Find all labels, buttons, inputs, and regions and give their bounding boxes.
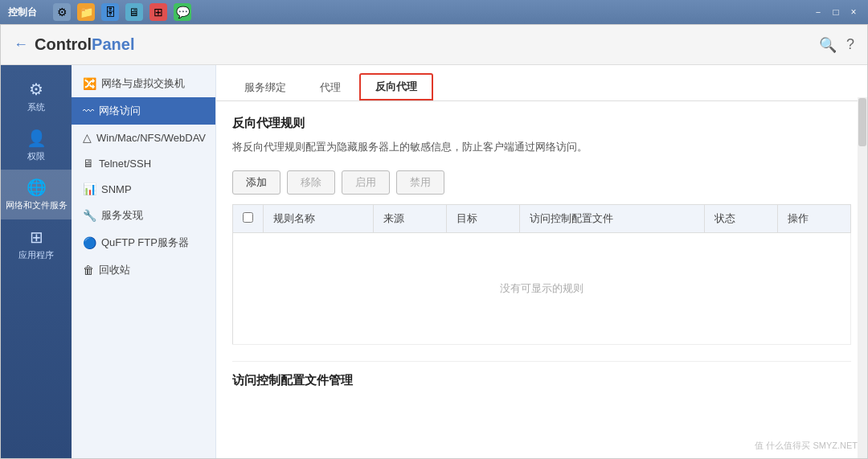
main-panel: 服务绑定 代理 反向代理 反向代理规则 将反向代理规则配置为隐藏服务器上的敏感信… (216, 65, 867, 458)
col-rule-name: 规则名称 (264, 204, 374, 232)
sub-label-service-discovery: 服务发现 (101, 208, 143, 223)
tab-service-bind[interactable]: 服务绑定 (229, 75, 301, 100)
sidebar-label-network: 网络和文件服务 (6, 200, 68, 211)
app-title: ControlPanel (35, 35, 134, 54)
sub-label-snmp: SNMP (101, 183, 132, 195)
help-button[interactable]: ? (846, 36, 854, 54)
sub-sidebar: 🔀 网络与虚拟交换机 〰 网络访问 △ Win/Mac/NFS/WebDAV 🖥… (72, 65, 216, 458)
sub-item-vswitch[interactable]: 🔀 网络与虚拟交换机 (72, 70, 215, 97)
close-button[interactable]: × (847, 6, 860, 18)
minimize-button[interactable]: － (812, 6, 825, 19)
sub-item-net-access[interactable]: 〰 网络访问 (72, 97, 215, 125)
sub-item-telnet[interactable]: 🖥 Telnet/SSH (72, 150, 215, 176)
sidebar-item-network[interactable]: 🌐 网络和文件服务 (1, 170, 72, 219)
remove-button[interactable]: 移除 (287, 170, 335, 195)
sub-item-quftp[interactable]: 🔵 QuFTP FTP服务器 (72, 229, 215, 256)
col-access-profile: 访问控制配置文件 (520, 204, 705, 232)
sidebar-item-apps[interactable]: ⊞ 应用程序 (1, 219, 72, 268)
sub-label-telnet: Telnet/SSH (99, 158, 151, 170)
tabs: 服务绑定 代理 反向代理 (216, 65, 867, 101)
table-empty-row: 没有可显示的规则 (233, 232, 851, 344)
taskbar-icon-grid[interactable]: ⊞ (149, 3, 167, 21)
tab-reverse-proxy[interactable]: 反向代理 (359, 73, 433, 100)
system-icon: ⚙ (29, 80, 43, 99)
taskbar-icon-monitor[interactable]: 🖥 (125, 3, 143, 21)
enable-button[interactable]: 启用 (342, 170, 390, 195)
sidebar-item-permissions[interactable]: 👤 权限 (1, 121, 72, 170)
taskbar-icon-db[interactable]: 🗄 (101, 3, 119, 21)
panel-content: 反向代理规则 将反向代理规则配置为隐藏服务器上的敏感信息，防止客户端通过网络访问… (216, 101, 867, 458)
sub-item-trash[interactable]: 🗑 回收站 (72, 256, 215, 284)
taskbar-label: 控制台 (8, 6, 37, 19)
col-checkbox (233, 204, 264, 232)
scroll-thumb[interactable] (858, 98, 866, 146)
section-title: 反向代理规则 (232, 116, 851, 131)
col-source: 来源 (374, 204, 447, 232)
col-operation: 操作 (778, 204, 851, 232)
tab-proxy[interactable]: 代理 (305, 75, 356, 100)
vswitch-icon: 🔀 (83, 77, 96, 90)
taskbar: 控制台 ⚙ 📁 🗄 🖥 ⊞ 💬 － □ × (0, 0, 868, 24)
net-access-icon: 〰 (83, 105, 94, 117)
permissions-icon: 👤 (27, 129, 47, 148)
col-status: 状态 (705, 204, 778, 232)
window-header: ← ControlPanel 🔍 ? (1, 25, 867, 65)
network-icon: 🌐 (27, 178, 47, 197)
access-section-title: 访问控制配置文件管理 (232, 373, 851, 388)
sub-label-trash: 回收站 (99, 263, 130, 277)
service-discovery-icon: 🔧 (83, 209, 96, 222)
sidebar-item-system[interactable]: ⚙ 系统 (1, 72, 72, 121)
sub-item-service-discovery[interactable]: 🔧 服务发现 (72, 202, 215, 229)
sub-item-win-mac[interactable]: △ Win/Mac/NFS/WebDAV (72, 125, 215, 150)
content-area: ⚙ 系统 👤 权限 🌐 网络和文件服务 ⊞ 应用程序 (1, 65, 867, 458)
taskbar-icon-gear[interactable]: ⚙ (53, 3, 71, 21)
add-button[interactable]: 添加 (232, 170, 280, 195)
quftp-icon: 🔵 (83, 236, 96, 249)
trash-icon: 🗑 (83, 264, 94, 277)
scrollbar[interactable] (858, 97, 867, 458)
sub-label-net-access: 网络访问 (99, 104, 141, 118)
apps-icon: ⊞ (30, 227, 43, 247)
header-actions: 🔍 ? (819, 36, 854, 54)
sidebar-label-system: 系统 (27, 102, 45, 113)
col-target: 目标 (447, 204, 520, 232)
telnet-icon: 🖥 (83, 157, 94, 170)
taskbar-icon-folder[interactable]: 📁 (77, 3, 95, 21)
sub-label-quftp: QuFTP FTP服务器 (101, 236, 189, 250)
title-bold: Control (35, 35, 92, 53)
window-controls: － □ × (812, 6, 860, 19)
sub-label-vswitch: 网络与虚拟交换机 (101, 76, 185, 91)
watermark: 值 什么值得买 SMYZ.NET (755, 440, 858, 452)
main-window: ← ControlPanel 🔍 ? ⚙ 系统 👤 权限 (0, 24, 868, 459)
sidebar: ⚙ 系统 👤 权限 🌐 网络和文件服务 ⊞ 应用程序 (1, 65, 72, 458)
sub-item-snmp[interactable]: 📊 SNMP (72, 176, 215, 202)
snmp-icon: 📊 (83, 182, 96, 195)
sidebar-label-apps: 应用程序 (18, 250, 54, 260)
select-all-checkbox[interactable] (243, 212, 253, 223)
section-desc: 将反向代理规则配置为隐藏服务器上的敏感信息，防止客户端通过网络访问。 (232, 139, 851, 156)
access-control-section: 访问控制配置文件管理 (232, 361, 851, 388)
taskbar-icon-chat[interactable]: 💬 (174, 3, 191, 21)
toolbar: 添加 移除 启用 禁用 (232, 170, 851, 195)
sub-label-win-mac: Win/Mac/NFS/WebDAV (96, 132, 206, 144)
search-button[interactable]: 🔍 (819, 36, 837, 54)
rule-table: 规则名称 来源 目标 访问控制配置文件 状态 操作 没有可显示的规则 (232, 204, 851, 345)
sidebar-label-permissions: 权限 (27, 151, 45, 162)
disable-button[interactable]: 禁用 (396, 170, 444, 195)
taskbar-icons: ⚙ 📁 🗄 🖥 ⊞ 💬 (53, 3, 191, 21)
win-mac-icon: △ (83, 131, 92, 144)
empty-message: 没有可显示的规则 (233, 232, 851, 344)
title-normal: Panel (92, 35, 134, 53)
back-button[interactable]: ← (14, 36, 28, 53)
maximize-button[interactable]: □ (829, 6, 842, 18)
